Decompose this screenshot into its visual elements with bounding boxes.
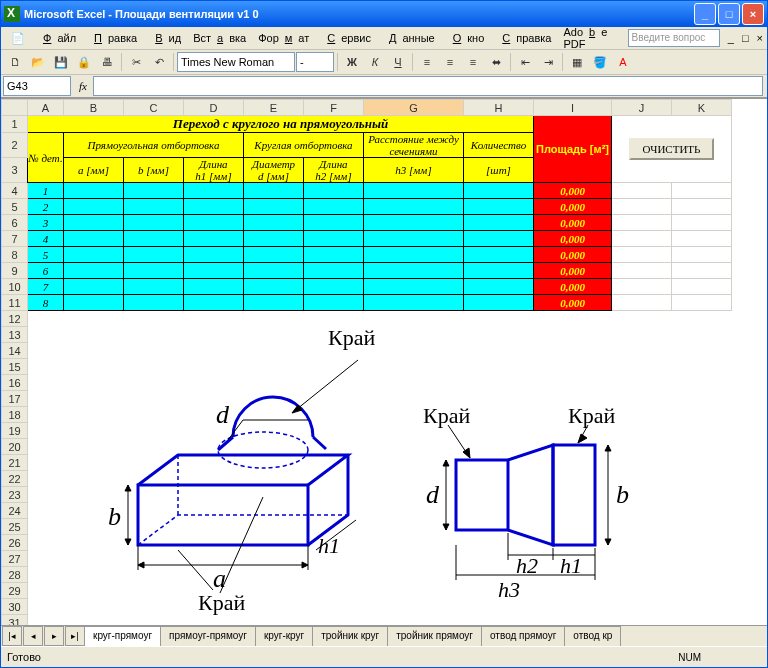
select-all-corner[interactable]	[2, 100, 28, 116]
label-d2: d	[426, 480, 440, 509]
row-header-7[interactable]: 7	[2, 231, 28, 247]
sheet-tab[interactable]: прямоуг-прямоуг	[160, 626, 256, 646]
fill-color-icon[interactable]: 🪣	[589, 51, 611, 73]
cell-no[interactable]: 1	[28, 183, 64, 199]
clear-button[interactable]: ОЧИСТИТЬ	[629, 138, 715, 160]
col-qty: Количество	[464, 133, 534, 158]
ask-box[interactable]: Введите вопрос	[628, 29, 720, 47]
tab-last-icon[interactable]: ▸|	[65, 626, 85, 646]
col-header-a[interactable]: A	[28, 100, 64, 116]
svg-rect-11	[456, 460, 508, 530]
col-header-d[interactable]: D	[184, 100, 244, 116]
align-center-icon[interactable]: ≡	[439, 51, 461, 73]
col-header-c[interactable]: C	[124, 100, 184, 116]
sheet-tab[interactable]: тройник круг	[312, 626, 388, 646]
group-rect: Прямоугольная отбортовка	[64, 133, 244, 158]
col-b: b [мм]	[124, 158, 184, 183]
menu-help-dash[interactable]: _	[724, 30, 738, 46]
toolbar-standard: 🗋 📂 💾 🔒 🖶 ✂ ↶ Times New Roman - Ж К Ч ≡ …	[1, 50, 767, 75]
col-header-f[interactable]: F	[304, 100, 364, 116]
col-d: Диаметр d [мм]	[244, 158, 304, 183]
menu-window[interactable]: Окно	[441, 30, 491, 46]
row-header-1[interactable]: 1	[2, 116, 28, 133]
col-header-k[interactable]: K	[672, 100, 732, 116]
name-box[interactable]: G43	[3, 76, 71, 96]
menu-data[interactable]: Данные	[377, 30, 441, 46]
label-edge4: Край	[568, 403, 615, 428]
new-icon[interactable]: 🗋	[4, 51, 26, 73]
align-right-icon[interactable]: ≡	[462, 51, 484, 73]
font-select[interactable]: Times New Roman	[177, 52, 295, 72]
col-header-h[interactable]: H	[464, 100, 534, 116]
menu-help[interactable]: Справка	[490, 30, 557, 46]
formula-input[interactable]	[93, 76, 763, 96]
sheet-tab[interactable]: отвод кр	[564, 626, 621, 646]
maximize-button[interactable]: □	[718, 3, 740, 25]
menu-format[interactable]: Формат	[252, 30, 315, 46]
row-header-5[interactable]: 5	[2, 199, 28, 215]
close-button[interactable]: ×	[742, 3, 764, 25]
row-header-2[interactable]: 2	[2, 133, 28, 158]
align-left-icon[interactable]: ≡	[416, 51, 438, 73]
worksheet-grid[interactable]: A B C D E F G H I J K 1 Переход с кругло…	[1, 98, 767, 625]
cell-area: 0,000	[534, 183, 612, 199]
row-header-3[interactable]: 3	[2, 158, 28, 183]
label-edge1: Край	[328, 325, 375, 350]
row-header-11[interactable]: 11	[2, 295, 28, 311]
statusbar: Готово NUM	[1, 646, 767, 667]
borders-icon[interactable]: ▦	[566, 51, 588, 73]
col-header-j[interactable]: J	[612, 100, 672, 116]
tab-next-icon[interactable]: ▸	[44, 626, 64, 646]
row-header-6[interactable]: 6	[2, 215, 28, 231]
menu-insert[interactable]: Вставка	[187, 30, 252, 46]
menu-doc-icon: 📄	[5, 30, 31, 47]
menu-file[interactable]: ФФайлайл	[31, 30, 82, 46]
fx-icon[interactable]: fx	[73, 80, 93, 92]
minimize-button[interactable]: _	[694, 3, 716, 25]
row-header-12[interactable]: 12	[2, 311, 28, 327]
sheet-tab[interactable]: отвод прямоуг	[481, 626, 565, 646]
row-header-8[interactable]: 8	[2, 247, 28, 263]
row-header-4[interactable]: 4	[2, 183, 28, 199]
italic-icon[interactable]: К	[364, 51, 386, 73]
excel-icon	[4, 6, 20, 22]
label-b-right: b	[616, 480, 629, 509]
underline-icon[interactable]: Ч	[387, 51, 409, 73]
tab-prev-icon[interactable]: ◂	[23, 626, 43, 646]
col-header-e[interactable]: E	[244, 100, 304, 116]
col-header-b[interactable]: B	[64, 100, 124, 116]
formula-bar: G43 fx	[1, 75, 767, 98]
size-select[interactable]: -	[296, 52, 334, 72]
row-header-10[interactable]: 10	[2, 279, 28, 295]
cut-icon[interactable]: ✂	[125, 51, 147, 73]
open-icon[interactable]: 📂	[27, 51, 49, 73]
col-header-i[interactable]: I	[534, 100, 612, 116]
label-b-left: b	[108, 502, 121, 531]
area-header: Площадь [м²]	[534, 116, 612, 183]
menu-edit[interactable]: Правка	[82, 30, 143, 46]
bold-icon[interactable]: Ж	[341, 51, 363, 73]
menu-view[interactable]: Вид	[143, 30, 187, 46]
undo-icon[interactable]: ↶	[148, 51, 170, 73]
indent-inc-icon[interactable]: ⇥	[537, 51, 559, 73]
label-h3: h3	[498, 577, 520, 602]
row-header-9[interactable]: 9	[2, 263, 28, 279]
merge-icon[interactable]: ⬌	[485, 51, 507, 73]
sheet-tab[interactable]: круг-круг	[255, 626, 313, 646]
col-header-g[interactable]: G	[364, 100, 464, 116]
sheet-tab[interactable]: тройник прямоуг	[387, 626, 482, 646]
print-icon[interactable]: 🖶	[96, 51, 118, 73]
menu-pdf[interactable]: Adobe PDF	[557, 24, 627, 52]
label-h1-left: h1	[318, 533, 340, 558]
save-icon[interactable]: 💾	[50, 51, 72, 73]
font-color-icon[interactable]: A	[612, 51, 634, 73]
menu-tools[interactable]: Сервис	[315, 30, 377, 46]
menu-help-restore[interactable]: □	[738, 30, 753, 46]
indent-dec-icon[interactable]: ⇤	[514, 51, 536, 73]
permission-icon[interactable]: 🔒	[73, 51, 95, 73]
tab-first-icon[interactable]: |◂	[2, 626, 22, 646]
group-round: Круглая отбортовка	[244, 133, 364, 158]
diagram: Край d b a h1 Край	[68, 315, 668, 625]
menu-help-x[interactable]: ×	[753, 30, 767, 46]
sheet-tab-active[interactable]: круг-прямоуг	[84, 626, 161, 646]
